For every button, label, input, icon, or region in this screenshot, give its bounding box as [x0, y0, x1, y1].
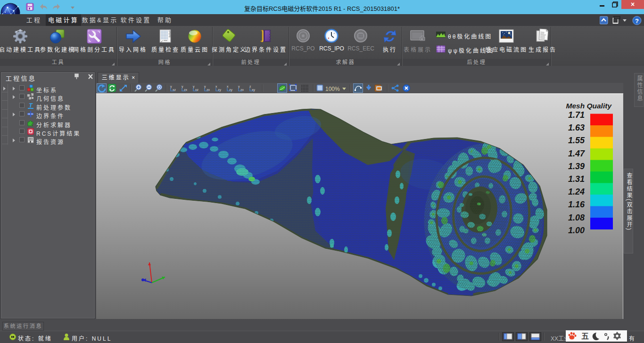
svg-text:z: z	[249, 85, 251, 88]
svg-text:T: T	[29, 102, 33, 109]
svg-text:1.24: 1.24	[568, 187, 585, 196]
svg-text:Mesh Quality: Mesh Quality	[566, 102, 612, 110]
svg-text:zy: zy	[218, 88, 222, 92]
svg-text:1.31: 1.31	[568, 174, 585, 184]
svg-text:xy: xy	[252, 88, 256, 92]
svg-text:1.47: 1.47	[568, 149, 585, 158]
svg-text:y: y	[182, 85, 183, 89]
svg-text:1.00: 1.00	[568, 226, 585, 235]
svg-text:y: y	[238, 85, 240, 89]
svg-text:x: x	[227, 85, 229, 88]
svg-text:1.39: 1.39	[568, 162, 585, 171]
svg-text:y: y	[204, 85, 206, 89]
svg-text:1.16: 1.16	[568, 200, 585, 209]
svg-text:x: x	[215, 85, 217, 88]
svg-text:1.71: 1.71	[568, 110, 585, 120]
svg-text:y: y	[170, 85, 172, 89]
svg-text:?: ?	[635, 17, 639, 24]
svg-text:1.55: 1.55	[568, 136, 585, 145]
svg-text:1.08: 1.08	[568, 213, 585, 222]
svg-text:1.63: 1.63	[568, 123, 585, 132]
svg-text:zy: zy	[229, 88, 233, 92]
svg-text:五: 五	[581, 332, 591, 340]
svg-text:y: y	[193, 85, 195, 89]
